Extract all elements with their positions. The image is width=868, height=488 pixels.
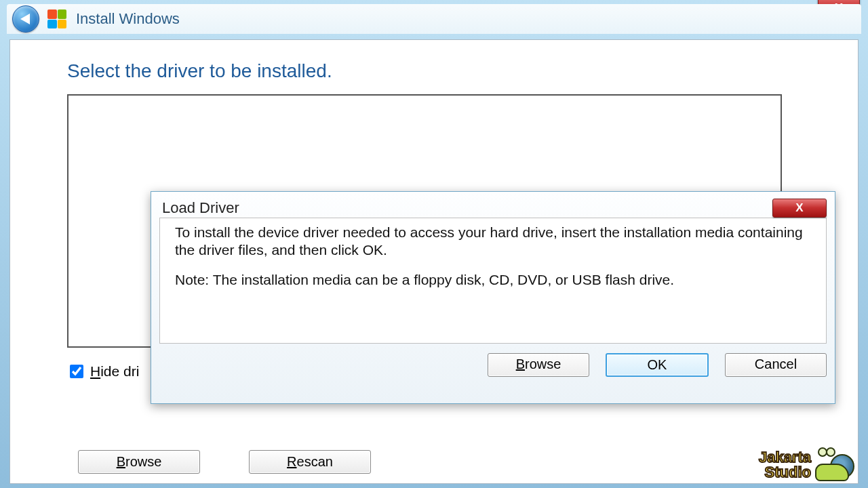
watermark-line1: Jakarta [759,450,811,465]
rescan-button[interactable]: Rescan [249,450,371,474]
dialog-message-1: To install the device driver needed to a… [175,224,811,259]
watermark-line2: Studio [759,465,811,480]
load-driver-dialog: Load Driver X To install the device driv… [151,191,835,404]
back-button[interactable] [12,5,39,33]
dialog-body: To install the device driver needed to a… [159,218,827,344]
dialog-browse-button[interactable]: Browse [488,353,589,377]
close-icon: X [795,201,803,215]
title-bar: Install Windows [7,4,861,34]
page-heading: Select the driver to be installed. [67,60,801,82]
dialog-message-2: Note: The installation media can be a fl… [175,271,811,289]
hide-drivers-label: Hide dri [90,363,139,380]
hide-drivers-checkbox[interactable] [70,365,83,378]
dialog-cancel-button[interactable]: Cancel [725,353,827,377]
windows-logo-icon [47,9,66,28]
dialog-close-button[interactable]: X [772,199,827,218]
browse-button[interactable]: Browse [78,450,200,474]
arrow-left-icon [20,14,30,24]
watermark: Jakarta Studio [759,449,854,481]
dialog-ok-button[interactable]: OK [606,353,709,377]
dialog-title: Load Driver [159,199,239,217]
window-title: Install Windows [76,10,180,28]
snail-icon [815,449,854,481]
